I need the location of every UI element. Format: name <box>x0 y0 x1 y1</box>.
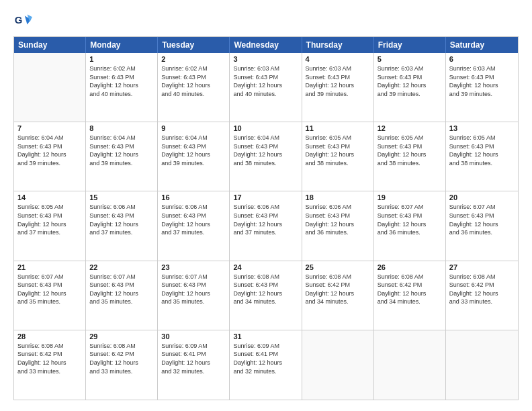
calendar-cell: 18Sunrise: 6:06 AM Sunset: 6:43 PM Dayli… <box>302 191 374 260</box>
calendar-cell: 9Sunrise: 6:04 AM Sunset: 6:43 PM Daylig… <box>158 122 230 191</box>
calendar-cell: 22Sunrise: 6:07 AM Sunset: 6:43 PM Dayli… <box>86 261 158 330</box>
day-number: 10 <box>233 124 298 132</box>
calendar-cell <box>446 330 518 400</box>
day-info: Sunrise: 6:03 AM Sunset: 6:43 PM Dayligh… <box>306 64 370 98</box>
day-number: 19 <box>378 193 442 201</box>
calendar-cell: 24Sunrise: 6:08 AM Sunset: 6:43 PM Dayli… <box>230 261 302 330</box>
day-number: 4 <box>306 55 370 63</box>
calendar-cell: 7Sunrise: 6:04 AM Sunset: 6:43 PM Daylig… <box>14 122 86 191</box>
logo: G <box>13 11 35 30</box>
calendar-cell: 5Sunrise: 6:03 AM Sunset: 6:43 PM Daylig… <box>374 53 446 122</box>
day-number: 7 <box>17 124 82 132</box>
day-number: 16 <box>161 193 226 201</box>
calendar-cell: 2Sunrise: 6:02 AM Sunset: 6:43 PM Daylig… <box>158 53 230 122</box>
day-number: 3 <box>233 55 298 63</box>
day-info: Sunrise: 6:06 AM Sunset: 6:43 PM Dayligh… <box>233 203 298 236</box>
calendar: SundayMondayTuesdayWednesdayThursdayFrid… <box>13 36 519 400</box>
svg-text:G: G <box>15 14 23 26</box>
calendar-cell: 23Sunrise: 6:07 AM Sunset: 6:43 PM Dayli… <box>158 261 230 330</box>
day-info: Sunrise: 6:04 AM Sunset: 6:43 PM Dayligh… <box>233 134 298 167</box>
calendar-cell: 17Sunrise: 6:06 AM Sunset: 6:43 PM Dayli… <box>230 191 302 260</box>
weekday-header: Wednesday <box>230 37 302 53</box>
day-info: Sunrise: 6:07 AM Sunset: 6:43 PM Dayligh… <box>17 273 82 306</box>
day-info: Sunrise: 6:05 AM Sunset: 6:43 PM Dayligh… <box>378 134 442 167</box>
day-info: Sunrise: 6:03 AM Sunset: 6:43 PM Dayligh… <box>378 64 442 98</box>
calendar-cell <box>374 330 446 400</box>
day-info: Sunrise: 6:08 AM Sunset: 6:42 PM Dayligh… <box>17 342 82 375</box>
day-number: 9 <box>161 124 226 132</box>
calendar-cell: 13Sunrise: 6:05 AM Sunset: 6:43 PM Dayli… <box>446 122 518 191</box>
calendar-row: 14Sunrise: 6:05 AM Sunset: 6:43 PM Dayli… <box>14 191 518 261</box>
day-info: Sunrise: 6:08 AM Sunset: 6:42 PM Dayligh… <box>306 273 370 306</box>
day-number: 30 <box>161 332 226 340</box>
day-number: 8 <box>89 124 154 132</box>
calendar-row: 1Sunrise: 6:02 AM Sunset: 6:43 PM Daylig… <box>14 53 518 122</box>
day-info: Sunrise: 6:09 AM Sunset: 6:41 PM Dayligh… <box>233 342 298 375</box>
day-number: 14 <box>17 193 82 201</box>
day-number: 15 <box>89 193 154 201</box>
day-info: Sunrise: 6:06 AM Sunset: 6:43 PM Dayligh… <box>306 203 370 236</box>
day-info: Sunrise: 6:05 AM Sunset: 6:43 PM Dayligh… <box>449 134 515 167</box>
day-info: Sunrise: 6:07 AM Sunset: 6:43 PM Dayligh… <box>378 203 442 236</box>
day-number: 22 <box>89 263 154 271</box>
weekday-header: Thursday <box>302 37 374 53</box>
calendar-cell: 31Sunrise: 6:09 AM Sunset: 6:41 PM Dayli… <box>230 330 302 400</box>
day-number: 29 <box>89 332 154 340</box>
calendar-row: 7Sunrise: 6:04 AM Sunset: 6:43 PM Daylig… <box>14 122 518 191</box>
calendar-cell: 21Sunrise: 6:07 AM Sunset: 6:43 PM Dayli… <box>14 261 86 330</box>
calendar-cell: 26Sunrise: 6:08 AM Sunset: 6:42 PM Dayli… <box>374 261 446 330</box>
day-info: Sunrise: 6:06 AM Sunset: 6:43 PM Dayligh… <box>161 203 226 236</box>
day-info: Sunrise: 6:04 AM Sunset: 6:43 PM Dayligh… <box>17 134 82 167</box>
day-number: 25 <box>306 263 370 271</box>
weekday-header: Sunday <box>14 37 86 53</box>
calendar-cell <box>14 53 86 122</box>
day-number: 27 <box>449 263 515 271</box>
calendar-cell: 1Sunrise: 6:02 AM Sunset: 6:43 PM Daylig… <box>86 53 158 122</box>
day-info: Sunrise: 6:02 AM Sunset: 6:43 PM Dayligh… <box>89 64 154 98</box>
calendar-row: 28Sunrise: 6:08 AM Sunset: 6:42 PM Dayli… <box>14 330 518 400</box>
calendar-cell: 10Sunrise: 6:04 AM Sunset: 6:43 PM Dayli… <box>230 122 302 191</box>
day-number: 1 <box>89 55 154 63</box>
calendar-cell: 20Sunrise: 6:07 AM Sunset: 6:43 PM Dayli… <box>446 191 518 260</box>
weekday-header: Monday <box>86 37 158 53</box>
day-info: Sunrise: 6:04 AM Sunset: 6:43 PM Dayligh… <box>89 134 154 167</box>
calendar-cell: 16Sunrise: 6:06 AM Sunset: 6:43 PM Dayli… <box>158 191 230 260</box>
day-number: 6 <box>449 55 515 63</box>
day-number: 2 <box>161 55 226 63</box>
day-info: Sunrise: 6:03 AM Sunset: 6:43 PM Dayligh… <box>233 64 298 98</box>
calendar-cell: 4Sunrise: 6:03 AM Sunset: 6:43 PM Daylig… <box>302 53 374 122</box>
calendar-cell: 25Sunrise: 6:08 AM Sunset: 6:42 PM Dayli… <box>302 261 374 330</box>
calendar-cell: 27Sunrise: 6:08 AM Sunset: 6:42 PM Dayli… <box>446 261 518 330</box>
day-number: 24 <box>233 263 298 271</box>
day-number: 21 <box>17 263 82 271</box>
day-number: 17 <box>233 193 298 201</box>
calendar-cell: 14Sunrise: 6:05 AM Sunset: 6:43 PM Dayli… <box>14 191 86 260</box>
logo-icon: G <box>13 11 32 30</box>
page-header: G <box>13 11 519 30</box>
day-info: Sunrise: 6:04 AM Sunset: 6:43 PM Dayligh… <box>161 134 226 167</box>
calendar-cell: 30Sunrise: 6:09 AM Sunset: 6:41 PM Dayli… <box>158 330 230 400</box>
calendar-header: SundayMondayTuesdayWednesdayThursdayFrid… <box>14 37 518 53</box>
calendar-cell: 19Sunrise: 6:07 AM Sunset: 6:43 PM Dayli… <box>374 191 446 260</box>
calendar-cell: 11Sunrise: 6:05 AM Sunset: 6:43 PM Dayli… <box>302 122 374 191</box>
weekday-header: Tuesday <box>158 37 230 53</box>
weekday-header: Friday <box>374 37 446 53</box>
day-info: Sunrise: 6:08 AM Sunset: 6:42 PM Dayligh… <box>89 342 154 375</box>
day-info: Sunrise: 6:08 AM Sunset: 6:42 PM Dayligh… <box>449 273 515 306</box>
day-number: 28 <box>17 332 82 340</box>
day-number: 5 <box>378 55 442 63</box>
calendar-cell: 29Sunrise: 6:08 AM Sunset: 6:42 PM Dayli… <box>86 330 158 400</box>
day-info: Sunrise: 6:09 AM Sunset: 6:41 PM Dayligh… <box>161 342 226 375</box>
day-info: Sunrise: 6:08 AM Sunset: 6:43 PM Dayligh… <box>233 273 298 306</box>
calendar-cell: 3Sunrise: 6:03 AM Sunset: 6:43 PM Daylig… <box>230 53 302 122</box>
calendar-cell: 12Sunrise: 6:05 AM Sunset: 6:43 PM Dayli… <box>374 122 446 191</box>
day-info: Sunrise: 6:02 AM Sunset: 6:43 PM Dayligh… <box>161 64 226 98</box>
day-info: Sunrise: 6:07 AM Sunset: 6:43 PM Dayligh… <box>89 273 154 306</box>
calendar-body: 1Sunrise: 6:02 AM Sunset: 6:43 PM Daylig… <box>14 53 518 400</box>
day-number: 20 <box>449 193 515 201</box>
day-number: 26 <box>378 263 442 271</box>
day-number: 23 <box>161 263 226 271</box>
day-info: Sunrise: 6:05 AM Sunset: 6:43 PM Dayligh… <box>306 134 370 167</box>
day-info: Sunrise: 6:06 AM Sunset: 6:43 PM Dayligh… <box>89 203 154 236</box>
calendar-cell: 6Sunrise: 6:03 AM Sunset: 6:43 PM Daylig… <box>446 53 518 122</box>
